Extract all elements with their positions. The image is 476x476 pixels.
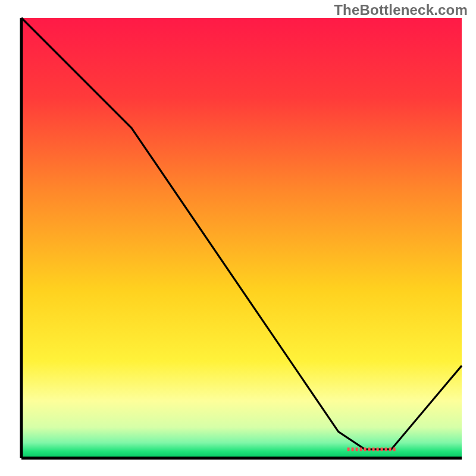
bottleneck-chart [0,0,476,476]
watermark-label: TheBottleneck.com [334,2,468,18]
chart-stage: TheBottleneck.com [0,0,476,476]
